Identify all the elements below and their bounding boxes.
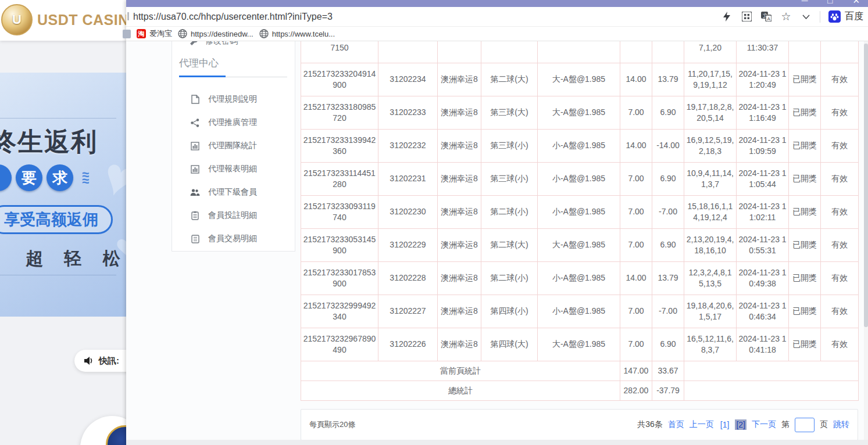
- bookmark-star-icon[interactable]: ☆: [780, 11, 792, 23]
- cell-time: 2024-11-23 11:20:49: [737, 63, 789, 96]
- sidebar-item[interactable]: 代理團隊統計: [172, 134, 295, 157]
- cell-valid: 有效: [821, 228, 859, 261]
- flash-icon[interactable]: [721, 11, 733, 23]
- banner-badge: 要: [16, 164, 42, 191]
- cell-play: 第四球(大): [481, 328, 538, 361]
- cell-game: 澳洲幸运8: [438, 96, 481, 129]
- search-engine-chip[interactable]: 百度: [828, 10, 863, 23]
- page-jump-input[interactable]: [795, 418, 815, 432]
- cell-order: 2152173233053145900: [301, 228, 378, 261]
- cell-valid: 有效: [821, 96, 859, 129]
- jump-button[interactable]: 跳转: [833, 419, 849, 430]
- sidebar-item[interactable]: 會員交易明細: [172, 227, 295, 250]
- sidebar-item-label: 會員投註明細: [208, 210, 257, 221]
- cell-status: 已開獎: [789, 328, 821, 361]
- cell-play: 第三球(大): [481, 96, 538, 129]
- cell-order: 2152173232967890490: [301, 328, 378, 361]
- search-engine-label: 百度: [845, 10, 863, 23]
- next-page-link[interactable]: 下一页: [752, 419, 776, 430]
- floating-logo[interactable]: [80, 416, 126, 445]
- cell-status: 已開獎: [789, 162, 821, 195]
- baidu-icon: [828, 10, 841, 23]
- cell-period: 31202226: [378, 328, 438, 361]
- cell-status: 已開獎: [789, 195, 821, 228]
- coin-icon: [106, 425, 126, 445]
- pagination-controls: 共36条 首页 上一页 [1][2] 下一页 第 页 跳转: [637, 418, 849, 432]
- sidebar-section-title: 代理中心: [179, 56, 219, 70]
- sidebar-item[interactable]: 代理推廣管理: [172, 111, 295, 134]
- ticker-label: 快訊:: [99, 356, 119, 367]
- url-text[interactable]: https://usa70.cc/hhcp/usercenter.html?in…: [133, 12, 333, 22]
- cell-time: 2024-11-23 11:16:49: [737, 96, 789, 129]
- cell-amount: 14.00: [620, 261, 652, 295]
- cell-order: 2152173233180985720: [301, 96, 378, 129]
- sidebar-item[interactable]: 代理規則說明: [172, 88, 295, 111]
- cell-result: 12,3,2,4,8,15,13,5: [684, 261, 737, 295]
- cell-period: [378, 41, 438, 63]
- sidebar-item-clipped[interactable]: 修改密碼: [190, 41, 238, 46]
- prev-page-link[interactable]: 上一页: [690, 419, 714, 430]
- cell-profit: [652, 41, 684, 63]
- table-row: 215217323309311974031202230澳洲幸运8第二球(小)小-…: [301, 195, 859, 228]
- table-row: 215217323299949234031202227澳洲幸运8第四球(小)小-…: [301, 295, 859, 328]
- scrollbar-thumb[interactable]: [864, 44, 868, 327]
- cell-play: 第四球(小): [481, 295, 538, 328]
- cell-status: 已開獎: [789, 295, 821, 328]
- cell-period: 31202228: [378, 261, 438, 295]
- close-button[interactable]: ✕: [852, 0, 860, 6]
- cell-period: 31202232: [378, 129, 438, 162]
- cell-game: 澳洲幸运8: [438, 295, 481, 328]
- sidebar-item[interactable]: 代理報表明細: [172, 157, 295, 181]
- cell-amount: 14.00: [620, 63, 652, 96]
- table-row: 215217323311445128031202231澳洲幸运8第三球(小)小-…: [301, 162, 859, 195]
- clipboard-icon: [190, 211, 200, 221]
- translate-icon[interactable]: 文 A: [760, 11, 772, 23]
- cell-time: 2024-11-23 10:55:31: [737, 228, 789, 261]
- sidebar-item-label: 代理團隊統計: [208, 141, 257, 151]
- first-page-link[interactable]: 首页: [668, 419, 684, 430]
- sidebar-item[interactable]: 代理下級會員: [172, 181, 295, 204]
- table-row: 215217323305314590031202229澳洲幸运8第二球(大)大-…: [301, 228, 859, 261]
- users-icon: [190, 188, 200, 198]
- page-link[interactable]: [1]: [719, 419, 731, 430]
- cell-status: 已開獎: [789, 129, 821, 162]
- table-row: 215217323301785390031202228澳洲幸运8第二球(小)小-…: [301, 261, 859, 295]
- speaker-icon: [84, 356, 94, 365]
- maximize-button[interactable]: □: [827, 0, 833, 6]
- clipped-bookmark-icon[interactable]: [123, 30, 131, 38]
- cell-play: 第二球(小): [481, 195, 538, 228]
- bookmark-item[interactable]: https://www.tcelu...: [259, 29, 335, 38]
- cell-profit: 6.90: [652, 162, 684, 195]
- summary-row: 總統計282.00-37.79: [301, 381, 859, 400]
- promo-banner: ♥ ♥ 终生返利 要 求 ≈≈ 享受高额返佣 超 轻 松: [0, 73, 126, 317]
- cell-result: 10,9,4,11,14,1,3,7: [684, 162, 737, 195]
- browser-titlebar[interactable]: ─ □ ✕: [126, 0, 868, 7]
- cell-profit: 13.79: [652, 261, 684, 295]
- bookmark-item[interactable]: https://destinedw...: [178, 29, 253, 38]
- chevron-down-icon[interactable]: [800, 11, 812, 23]
- cell-odds: 小-A盤@1.985: [538, 261, 620, 295]
- bet-records-table: 71507,1,2011:30:372152173233204914900312…: [301, 41, 859, 401]
- svg-text:A: A: [767, 16, 771, 21]
- cell-game: 澳洲幸运8: [438, 261, 481, 295]
- banner-subtitle: 超 轻 松: [26, 247, 126, 271]
- page-link-current[interactable]: [2]: [735, 419, 746, 430]
- table-row: 215217323313994236031202232澳洲幸运8第三球(小)小-…: [301, 129, 859, 162]
- cell-valid: 有效: [821, 195, 859, 228]
- address-bar[interactable]: https://usa70.cc/hhcp/usercenter.html?in…: [126, 7, 868, 26]
- cell-result: 7,1,20: [684, 41, 737, 63]
- waves-icon: ≈≈: [82, 171, 88, 184]
- cell-order: 2152173233204914900: [301, 63, 378, 96]
- cell-result: 19,18,4,20,6,1,5,17: [684, 295, 737, 328]
- cell-order: 2152173233139942360: [301, 129, 378, 162]
- bet-table-body: 71507,1,2011:30:372152173233204914900312…: [301, 41, 859, 400]
- sidebar-item[interactable]: 會員投註明細: [172, 204, 295, 227]
- extensions-icon[interactable]: [741, 11, 752, 23]
- sidebar-divider-accent: [179, 76, 226, 77]
- site-info-icon[interactable]: [127, 12, 129, 20]
- cell-odds: 小-A盤@1.985: [538, 162, 620, 195]
- minimize-button[interactable]: ─: [802, 0, 808, 6]
- scrollbar-track[interactable]: [864, 41, 868, 440]
- bookmark-item[interactable]: 淘爱淘宝: [137, 28, 172, 39]
- cell-amount: 7.00: [620, 162, 652, 195]
